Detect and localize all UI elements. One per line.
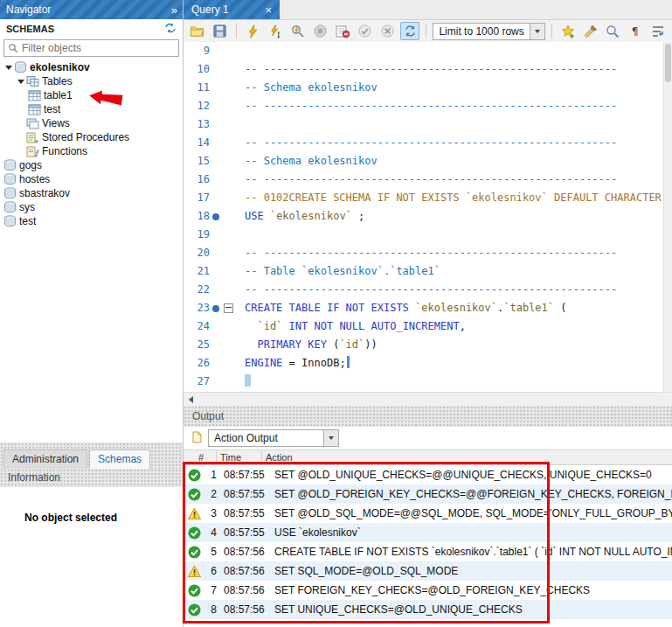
tree-item-ekolesnikov[interactable]: ekolesnikov — [0, 60, 183, 74]
tree-item-sys[interactable]: sys — [0, 200, 183, 214]
output-row-4[interactable]: 408:57:55USE `ekolesnikov` — [184, 523, 672, 542]
fold-collapse-icon[interactable] — [224, 303, 233, 313]
tab-schemas[interactable]: Schemas — [89, 449, 150, 469]
output-view-selector[interactable]: Action Output — [208, 429, 339, 447]
output-grid-header: # Time Action — [184, 449, 672, 465]
schema-tree: ekolesnikovTablestable1testViewsStored P… — [0, 60, 183, 228]
tree-item-label: sys — [18, 201, 35, 213]
gutter-marker-column — [210, 354, 222, 373]
toggle-stop-on-error-button[interactable] — [333, 22, 353, 40]
execute-script-button[interactable] — [243, 22, 263, 40]
collapse-panel-icon[interactable]: » — [171, 3, 177, 17]
tree-item-test[interactable]: test — [0, 102, 183, 116]
row-action: SET FOREIGN_KEY_CHECKS=@OLD_FOREIGN_KEY_… — [269, 584, 672, 596]
expander-down-icon[interactable] — [3, 66, 14, 70]
find-button[interactable] — [603, 22, 623, 40]
save-snippet-button[interactable] — [558, 22, 578, 40]
explain-button[interactable] — [288, 22, 308, 40]
row-action: CREATE TABLE IF NOT EXISTS `ekolesnikov`… — [269, 546, 672, 558]
row-number: 7 — [204, 584, 217, 596]
tree-item-tables[interactable]: Tables — [0, 74, 183, 88]
tree-item-gogs[interactable]: gogs — [0, 158, 183, 172]
line-number: 16 — [184, 171, 210, 189]
tree-item-label: gogs — [18, 159, 42, 171]
editor-vertical-scrollbar[interactable] — [663, 42, 672, 392]
save-script-button[interactable] — [211, 22, 231, 40]
row-action: SET SQL_MODE=@OLD_SQL_MODE — [269, 565, 672, 577]
output-row-3[interactable]: 308:57:55SET @OLD_SQL_MODE=@@SQL_MODE, S… — [184, 504, 672, 523]
code-line-14: 14-- -----------------------------------… — [184, 134, 672, 152]
fold-column — [222, 281, 234, 299]
output-row-7[interactable]: 708:57:56SET FOREIGN_KEY_CHECKS=@OLD_FOR… — [184, 581, 672, 600]
gutter-marker-column — [210, 42, 222, 60]
output-row-2[interactable]: 208:57:55SET @OLD_FOREIGN_KEY_CHECKS=@@F… — [184, 484, 672, 504]
warning-icon — [184, 565, 204, 578]
scroll-left-icon[interactable] — [184, 393, 197, 407]
tree-item-label: test — [43, 103, 60, 115]
editor-horizontal-scrollbar[interactable] — [184, 392, 672, 406]
wrap-text-button[interactable] — [648, 22, 668, 40]
refresh-schemas-icon[interactable] — [164, 23, 177, 35]
row-action: SET UNIQUE_CHECKS=@OLD_UNIQUE_CHECKS — [269, 603, 672, 616]
line-number: 22 — [184, 281, 210, 299]
code-text: USE `ekolesnikov` ; — [234, 207, 364, 226]
tab-administration[interactable]: Administration — [3, 449, 87, 469]
column-header-number: # — [184, 450, 217, 464]
expander-down-icon[interactable] — [16, 80, 26, 84]
fold-column — [222, 299, 234, 317]
beautify-button[interactable] — [580, 22, 600, 40]
scrollbar-thumb[interactable] — [665, 44, 671, 82]
output-header: Output — [184, 406, 672, 427]
open-script-button[interactable] — [188, 22, 208, 40]
tree-item-functions[interactable]: fFunctions — [0, 144, 183, 158]
tree-item-stored-procedures[interactable]: Stored Procedures — [0, 130, 183, 144]
line-number: 19 — [184, 226, 210, 244]
output-row-6[interactable]: 608:57:56SET SQL_MODE=@OLD_SQL_MODE — [184, 561, 672, 581]
tree-item-table1[interactable]: table1 — [0, 88, 183, 102]
code-line-21: 21-- Table `ekolesnikov`.`table1` — [184, 262, 672, 281]
stop-button[interactable] — [310, 22, 330, 40]
tree-item-label: sbastrakov — [18, 187, 70, 199]
query-toolbar: Limit to 1000 rows¶ — [184, 20, 672, 43]
output-row-5[interactable]: 508:57:56CREATE TABLE IF NOT EXISTS `eko… — [184, 542, 672, 561]
autocommit-button[interactable] — [400, 22, 420, 40]
execute-statement-button[interactable] — [266, 22, 286, 40]
success-icon — [184, 469, 204, 482]
row-time: 08:57:55 — [217, 488, 269, 500]
code-text: -- -------------------------------------… — [234, 97, 617, 115]
statement-marker-icon — [212, 305, 219, 312]
code-line-15: 15-- Schema ekolesnikov — [184, 152, 672, 171]
filter-objects-input[interactable] — [3, 39, 179, 57]
limit-rows-dropdown[interactable]: Limit to 1000 rows — [433, 23, 544, 40]
mysql-workbench-window: Navigator » SCHEMAS ekolesnikovTablestab… — [0, 0, 672, 627]
toolbar-separator — [236, 24, 237, 38]
dropdown-arrow-icon[interactable] — [323, 430, 338, 446]
tab-query-1[interactable]: Query 1 × — [184, 0, 280, 19]
functions-icon: f — [26, 146, 41, 157]
row-number: 8 — [204, 603, 217, 616]
fold-column — [222, 354, 234, 373]
output-row-8[interactable]: 808:57:56SET UNIQUE_CHECKS=@OLD_UNIQUE_C… — [184, 600, 672, 619]
commit-button[interactable] — [355, 22, 375, 40]
code-text — [234, 115, 245, 134]
row-action: SET @OLD_FOREIGN_KEY_CHECKS=@@FOREIGN_KE… — [269, 488, 672, 500]
tree-item-hostes[interactable]: hostes — [0, 172, 183, 186]
close-tab-icon[interactable]: × — [265, 4, 272, 16]
tree-item-views[interactable]: Views — [0, 116, 183, 130]
table-icon — [28, 90, 43, 101]
tree-item-sbastrakov[interactable]: sbastrakov — [0, 186, 183, 200]
gutter-marker-column — [210, 299, 222, 317]
schema-icon — [14, 61, 29, 73]
rollback-button[interactable] — [378, 22, 398, 40]
gutter-marker-column — [210, 244, 222, 262]
tree-item-test[interactable]: test — [0, 214, 183, 228]
sql-editor[interactable]: 910-- ----------------------------------… — [184, 42, 672, 392]
svg-text:¶: ¶ — [632, 25, 639, 38]
warning-icon — [184, 507, 204, 520]
code-line-12: 12-- -----------------------------------… — [184, 97, 672, 115]
code-line-25: 25 PRIMARY KEY (`id`)) — [184, 336, 672, 354]
dropdown-arrow-icon[interactable] — [530, 24, 544, 39]
output-row-1[interactable]: 108:57:55SET @OLD_UNIQUE_CHECKS=@@UNIQUE… — [184, 465, 672, 484]
invisibles-button[interactable]: ¶ — [626, 22, 646, 40]
gutter-marker-column — [210, 336, 222, 354]
